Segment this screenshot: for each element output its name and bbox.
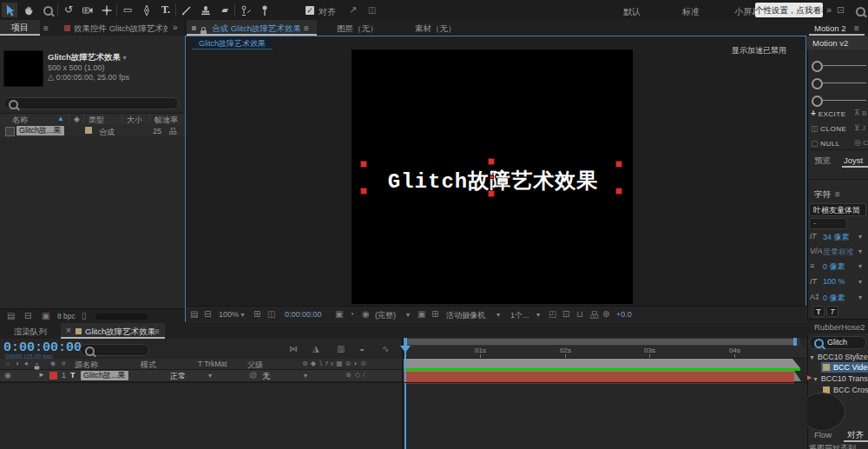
layer-switches-icons[interactable]: ⊕◇∕ (345, 371, 368, 379)
layer-visibility-eye-icon[interactable]: ◉ (4, 371, 11, 380)
snap-checkbox[interactable]: ✓ (306, 5, 314, 15)
font-size-value[interactable]: 34 像素 (823, 232, 850, 243)
clone-button[interactable]: ◫ CLONE (811, 123, 846, 133)
magnification-icon[interactable]: ⊟ (204, 309, 211, 319)
null-button[interactable]: ▢ NULL (811, 138, 840, 148)
workspace-custom-button[interactable]: 个性设置，点我看看 (755, 3, 823, 17)
resolution-dropdown[interactable]: (完整) (375, 310, 396, 321)
faux-italic-button[interactable]: T (826, 306, 838, 317)
transparency-grid-icon[interactable]: ⊞ (431, 309, 438, 319)
fast-previews-icon[interactable]: ⊡ (562, 309, 569, 319)
selection-handle-tm[interactable] (488, 158, 495, 165)
timeline-button-icon[interactable]: ⊔ (576, 309, 583, 319)
tab-render-queue[interactable]: 渲染队列 (14, 327, 47, 338)
workspace-default[interactable]: 默认 (623, 6, 641, 18)
viewer-breadcrumb[interactable]: Glitch故障艺术效果 (192, 38, 273, 50)
camera-view-dropdown[interactable]: 活动摄像机 (446, 310, 485, 321)
playhead-line[interactable] (404, 346, 406, 449)
puppet-pin-tool[interactable] (257, 3, 273, 17)
always-preview-icon[interactable]: ▤ (190, 309, 198, 319)
font-family-select[interactable]: 叶根友童体简 (809, 203, 866, 216)
center-button[interactable]: ◎ C (854, 138, 868, 147)
label-color-swatch[interactable] (85, 127, 92, 134)
interpret-footage-icon[interactable]: ▤ (7, 311, 15, 320)
selection-handle-tr[interactable] (615, 161, 622, 168)
brush-tool[interactable] (179, 3, 194, 17)
project-bpc-label[interactable]: 8 bpc (57, 312, 76, 320)
layer-expand-icon[interactable]: ► (38, 371, 45, 379)
kerning-dropdown-icon[interactable]: ▾ (858, 248, 862, 255)
project-row-name[interactable]: Glitch故...果 (16, 126, 64, 135)
roto-brush-tool[interactable] (238, 3, 253, 17)
mask-mode-icon[interactable]: ↗ (349, 4, 357, 16)
excite-button[interactable]: + EXCITE (811, 109, 846, 118)
camera-tool[interactable] (80, 3, 95, 17)
timeline-tab-close-icon[interactable]: × (66, 326, 71, 335)
font-style-select[interactable]: - (809, 218, 847, 229)
effects-item-bcc-video[interactable]: BCC Video (821, 362, 868, 373)
vscale-dropdown-icon[interactable]: ▾ (858, 278, 862, 286)
new-composition-icon[interactable]: ▣ (42, 311, 49, 320)
selection-tool[interactable] (2, 3, 17, 17)
tab-footage[interactable]: 素材（无） (415, 23, 457, 35)
tag-column-icon[interactable]: ◈ (74, 115, 80, 123)
viewer-tab-menu-icon[interactable]: ≡ (304, 23, 309, 33)
text-tool[interactable]: T. (158, 3, 174, 17)
baseline-dropdown-icon[interactable]: ▾ (858, 294, 862, 301)
motion2-menu-icon[interactable]: ≡ (854, 23, 859, 33)
trash-icon[interactable]: ▯ (82, 311, 87, 320)
layer-color-label[interactable] (49, 372, 57, 380)
vscale-value[interactable]: 100 % (823, 277, 845, 286)
zoom-level-dropdown[interactable]: 100% ▾ (219, 310, 245, 319)
exposure-value[interactable]: +0.0 (616, 310, 632, 319)
tracking-value[interactable]: 0 像素 (823, 261, 845, 273)
bake-button[interactable]: ⊼ B (854, 109, 866, 117)
font-size-dropdown-icon[interactable]: ▾ (858, 233, 862, 241)
frame-blend-icon[interactable]: ▥ (337, 344, 345, 353)
pan-behind-tool[interactable] (99, 3, 115, 17)
rotate-tool[interactable]: ↺ (61, 3, 76, 17)
project-hscrollbar[interactable] (95, 314, 148, 320)
pen-tool[interactable] (139, 3, 155, 17)
timeline-search-input[interactable] (80, 344, 149, 356)
faux-bold-button[interactable]: T (812, 306, 825, 317)
selection-handle-bl[interactable] (360, 188, 367, 195)
selection-handle-br[interactable] (615, 188, 622, 195)
motion-slider-3[interactable] (812, 96, 823, 107)
selection-handle-bm[interactable] (488, 190, 495, 197)
hand-tool[interactable] (21, 3, 36, 17)
layer-name[interactable]: Glitch故...果 (81, 371, 128, 380)
comp-name-header[interactable]: Glitch故障艺术效果 ▾ (48, 52, 127, 63)
workspace-standard[interactable]: 标准 (682, 6, 700, 18)
effects-group-stylize[interactable]: ▼ BCC10 Stylize (809, 352, 868, 361)
snapshot-icon[interactable]: ▣ (335, 309, 343, 319)
layer-row[interactable] (0, 370, 402, 382)
project-tab-overflow-icon[interactable]: » (173, 23, 178, 32)
grid-guides-icon[interactable]: ⊞ (253, 309, 260, 319)
tracking-dropdown-icon[interactable]: ▾ (858, 262, 862, 270)
workspace-overflow-chevron[interactable]: » (826, 4, 832, 15)
jump-button[interactable]: ⊻ J (854, 123, 865, 132)
selection-handle-tl[interactable] (360, 161, 367, 168)
zoom-tool[interactable] (40, 3, 56, 17)
effects-search-input[interactable]: Glitch (809, 336, 866, 349)
motion-slider-2[interactable] (812, 78, 823, 89)
layer-parent-dropdown[interactable]: 无 (262, 371, 270, 382)
reset-exposure-icon[interactable]: ⊕ (602, 309, 609, 319)
character-menu-icon[interactable]: ≡ (835, 189, 840, 199)
work-area-start-handle[interactable] (404, 338, 407, 346)
tab-layer[interactable]: 图层（无） (337, 23, 378, 35)
new-folder-icon[interactable]: ⊟ (24, 311, 31, 320)
col-trkmat[interactable]: T TrkMat (198, 360, 227, 368)
motion-blur-icon[interactable]: ◒ (359, 344, 365, 353)
shy-icon[interactable]: ◮ (312, 344, 319, 353)
project-tab-menu-icon[interactable]: ≡ (43, 23, 49, 33)
shape-tool[interactable]: ▭ (120, 3, 135, 17)
pixel-aspect-icon[interactable]: ◰ (549, 309, 556, 319)
anchor-point[interactable] (490, 175, 494, 179)
work-area-end-handle[interactable] (793, 338, 797, 346)
brackets-icon[interactable]: ◫ (368, 5, 376, 15)
tab-character[interactable]: 字符 (814, 189, 831, 201)
tab-joysticks[interactable]: Joyst (844, 155, 863, 165)
viewer-timecode[interactable]: 0:00:00:00 (285, 310, 322, 319)
